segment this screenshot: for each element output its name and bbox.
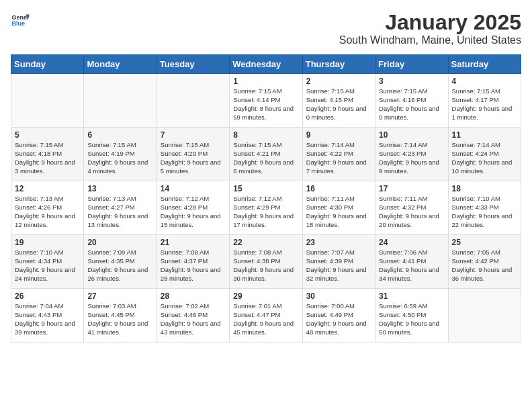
day-number: 14 (161, 184, 226, 193)
day-number: 30 (306, 291, 371, 301)
calendar-cell: 16Sunrise: 7:11 AM Sunset: 4:30 PM Dayli… (302, 181, 375, 235)
day-number: 2 (306, 77, 371, 86)
calendar-cell: 8Sunrise: 7:15 AM Sunset: 4:21 PM Daylig… (230, 128, 302, 181)
calendar-cell: 7Sunrise: 7:15 AM Sunset: 4:20 PM Daylig… (157, 128, 229, 181)
day-number: 4 (452, 77, 517, 86)
day-header-wednesday: Wednesday (230, 55, 302, 74)
cell-content: Sunrise: 7:11 AM Sunset: 4:32 PM Dayligh… (379, 195, 444, 229)
calendar-cell: 26Sunrise: 7:04 AM Sunset: 4:43 PM Dayli… (11, 289, 84, 342)
calendar-cell: 14Sunrise: 7:12 AM Sunset: 4:28 PM Dayli… (157, 181, 229, 235)
day-number: 11 (452, 130, 517, 140)
cell-content: Sunrise: 7:10 AM Sunset: 4:34 PM Dayligh… (15, 248, 80, 283)
cell-content: Sunrise: 7:05 AM Sunset: 4:42 PM Dayligh… (452, 248, 517, 283)
calendar: SundayMondayTuesdayWednesdayThursdayFrid… (11, 54, 521, 342)
day-number: 17 (379, 184, 444, 193)
calendar-header: SundayMondayTuesdayWednesdayThursdayFrid… (11, 55, 521, 74)
cell-content: Sunrise: 7:15 AM Sunset: 4:19 PM Dayligh… (87, 141, 152, 175)
calendar-cell: 11Sunrise: 7:14 AM Sunset: 4:24 PM Dayli… (448, 128, 521, 181)
calendar-cell: 29Sunrise: 7:01 AM Sunset: 4:47 PM Dayli… (230, 289, 302, 342)
calendar-cell: 30Sunrise: 7:00 AM Sunset: 4:49 PM Dayli… (302, 289, 375, 342)
calendar-cell: 25Sunrise: 7:05 AM Sunset: 4:42 PM Dayli… (448, 235, 521, 289)
day-number: 15 (233, 184, 298, 193)
calendar-cell (11, 74, 84, 128)
cell-content: Sunrise: 7:14 AM Sunset: 4:23 PM Dayligh… (379, 141, 444, 175)
day-number: 16 (306, 184, 371, 193)
day-number: 9 (306, 130, 371, 140)
calendar-cell: 15Sunrise: 7:12 AM Sunset: 4:29 PM Dayli… (230, 181, 302, 235)
calendar-cell: 19Sunrise: 7:10 AM Sunset: 4:34 PM Dayli… (11, 235, 84, 289)
cell-content: Sunrise: 7:01 AM Sunset: 4:47 PM Dayligh… (233, 302, 298, 336)
week-row-0: 1Sunrise: 7:15 AM Sunset: 4:14 PM Daylig… (11, 74, 521, 128)
cell-content: Sunrise: 7:10 AM Sunset: 4:33 PM Dayligh… (452, 195, 517, 229)
calendar-cell: 6Sunrise: 7:15 AM Sunset: 4:19 PM Daylig… (84, 128, 157, 181)
day-number: 21 (161, 238, 226, 247)
cell-content: Sunrise: 7:09 AM Sunset: 4:35 PM Dayligh… (87, 248, 152, 283)
day-number: 1 (233, 77, 298, 86)
cell-content: Sunrise: 7:00 AM Sunset: 4:49 PM Dayligh… (306, 302, 371, 336)
calendar-cell: 23Sunrise: 7:07 AM Sunset: 4:39 PM Dayli… (302, 235, 375, 289)
week-row-4: 26Sunrise: 7:04 AM Sunset: 4:43 PM Dayli… (11, 289, 521, 342)
cell-content: Sunrise: 7:02 AM Sunset: 4:46 PM Dayligh… (161, 302, 226, 336)
cell-content: Sunrise: 7:15 AM Sunset: 4:21 PM Dayligh… (233, 141, 298, 175)
calendar-cell: 27Sunrise: 7:03 AM Sunset: 4:45 PM Dayli… (84, 289, 157, 342)
day-header-saturday: Saturday (448, 55, 521, 74)
day-header-sunday: Sunday (11, 55, 84, 74)
day-number: 8 (233, 130, 298, 140)
calendar-cell: 31Sunrise: 6:59 AM Sunset: 4:50 PM Dayli… (375, 289, 448, 342)
cell-content: Sunrise: 7:13 AM Sunset: 4:27 PM Dayligh… (87, 195, 152, 229)
day-number: 27 (87, 291, 152, 301)
day-header-tuesday: Tuesday (157, 55, 229, 74)
day-header-thursday: Thursday (302, 55, 375, 74)
calendar-body: 1Sunrise: 7:15 AM Sunset: 4:14 PM Daylig… (11, 74, 521, 342)
day-number: 22 (233, 238, 298, 247)
cell-content: Sunrise: 7:08 AM Sunset: 4:38 PM Dayligh… (233, 248, 298, 283)
calendar-cell (157, 74, 229, 128)
week-row-3: 19Sunrise: 7:10 AM Sunset: 4:34 PM Dayli… (11, 235, 521, 289)
day-number: 25 (452, 238, 517, 247)
day-number: 10 (379, 130, 444, 140)
cell-content: Sunrise: 7:15 AM Sunset: 4:15 PM Dayligh… (306, 87, 371, 122)
calendar-cell: 3Sunrise: 7:15 AM Sunset: 4:16 PM Daylig… (375, 74, 448, 128)
day-number: 18 (452, 184, 517, 193)
day-header-friday: Friday (375, 55, 448, 74)
cell-content: Sunrise: 7:06 AM Sunset: 4:41 PM Dayligh… (379, 248, 444, 283)
calendar-cell: 12Sunrise: 7:13 AM Sunset: 4:26 PM Dayli… (11, 181, 84, 235)
svg-text:Blue: Blue (11, 20, 25, 27)
calendar-cell: 2Sunrise: 7:15 AM Sunset: 4:15 PM Daylig… (302, 74, 375, 128)
day-number: 29 (233, 291, 298, 301)
day-number: 31 (379, 291, 444, 301)
day-number: 12 (15, 184, 80, 193)
day-number: 23 (306, 238, 371, 247)
calendar-cell: 4Sunrise: 7:15 AM Sunset: 4:17 PM Daylig… (448, 74, 521, 128)
logo: General Blue (11, 11, 30, 30)
day-number: 28 (161, 291, 226, 301)
day-number: 24 (379, 238, 444, 247)
cell-content: Sunrise: 7:14 AM Sunset: 4:22 PM Dayligh… (306, 141, 371, 175)
calendar-cell: 9Sunrise: 7:14 AM Sunset: 4:22 PM Daylig… (302, 128, 375, 181)
calendar-cell: 22Sunrise: 7:08 AM Sunset: 4:38 PM Dayli… (230, 235, 302, 289)
calendar-cell: 20Sunrise: 7:09 AM Sunset: 4:35 PM Dayli… (84, 235, 157, 289)
day-number: 20 (87, 238, 152, 247)
logo-icon: General Blue (11, 11, 30, 30)
calendar-cell: 28Sunrise: 7:02 AM Sunset: 4:46 PM Dayli… (157, 289, 229, 342)
calendar-cell: 10Sunrise: 7:14 AM Sunset: 4:23 PM Dayli… (375, 128, 448, 181)
cell-content: Sunrise: 7:04 AM Sunset: 4:43 PM Dayligh… (15, 302, 80, 336)
cell-content: Sunrise: 7:08 AM Sunset: 4:37 PM Dayligh… (161, 248, 226, 283)
calendar-cell (84, 74, 157, 128)
day-number: 26 (15, 291, 80, 301)
calendar-cell (448, 289, 521, 342)
cell-content: Sunrise: 7:11 AM Sunset: 4:30 PM Dayligh… (306, 195, 371, 229)
cell-content: Sunrise: 7:15 AM Sunset: 4:20 PM Dayligh… (161, 141, 226, 175)
week-row-1: 5Sunrise: 7:15 AM Sunset: 4:18 PM Daylig… (11, 128, 521, 181)
day-number: 19 (15, 238, 80, 247)
title-area: January 2025 South Windham, Maine, Unite… (339, 11, 521, 46)
cell-content: Sunrise: 7:13 AM Sunset: 4:26 PM Dayligh… (15, 195, 80, 229)
cell-content: Sunrise: 7:15 AM Sunset: 4:17 PM Dayligh… (452, 87, 517, 122)
page-title: January 2025 (339, 11, 521, 34)
calendar-cell: 17Sunrise: 7:11 AM Sunset: 4:32 PM Dayli… (375, 181, 448, 235)
cell-content: Sunrise: 7:12 AM Sunset: 4:28 PM Dayligh… (161, 195, 226, 229)
page-subtitle: South Windham, Maine, United States (339, 34, 521, 46)
cell-content: Sunrise: 7:07 AM Sunset: 4:39 PM Dayligh… (306, 248, 371, 283)
calendar-cell: 13Sunrise: 7:13 AM Sunset: 4:27 PM Dayli… (84, 181, 157, 235)
cell-content: Sunrise: 7:12 AM Sunset: 4:29 PM Dayligh… (233, 195, 298, 229)
